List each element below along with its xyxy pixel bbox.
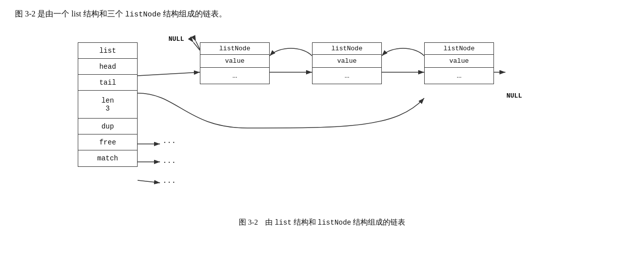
caption-code1: list [275,219,292,227]
dup-dots: ... [162,137,176,145]
diagram-area: list head tail len 3 dup free match list… [15,28,629,227]
list-field-dup: dup [78,119,137,134]
ln3-header: listNode [425,43,493,55]
caption: 图 3-2 由 list 结构和 listNode 结构组成的链表 [239,218,406,227]
caption-code2: listNode [318,219,351,227]
caption-text1: 图 3-2 由 [239,218,275,226]
null-label-left: NULL [168,35,184,43]
list-struct-box: list head tail len 3 dup free match [78,42,138,167]
intro-paragraph: 图 3-2 是由一个 list 结构和三个 listNode 结构组成的链表。 [15,9,629,19]
caption-text3: 结构组成的链表 [351,218,406,226]
match-dots: ... [162,177,176,185]
intro-text2: 结构组成的链表。 [161,9,227,18]
intro-text1: 图 3-2 是由一个 list 结构和三个 [15,9,125,18]
list-field-list: list [78,43,137,59]
listnode-box-2: listNode value ... [312,42,382,84]
ln2-header: listNode [313,43,381,55]
ln1-dots: ... [200,68,269,84]
list-field-tail: tail [78,75,137,91]
diagram-container: list head tail len 3 dup free match list… [48,28,596,213]
svg-line-2 [193,42,200,50]
ln2-dots: ... [313,68,381,84]
ln1-value: value [200,55,269,68]
svg-line-10 [196,41,200,49]
list-field-match: match [78,150,137,166]
caption-text2: 结构和 [292,218,318,226]
svg-line-6 [138,72,200,76]
null-label-right: NULL [506,92,522,100]
list-len-label: len [101,97,114,105]
ln3-dots: ... [425,68,493,84]
ln3-value: value [425,55,493,68]
list-field-free: free [78,134,137,150]
list-len-value: 3 [106,105,110,113]
listnode-box-1: listNode value ... [200,42,270,84]
ln1-header: listNode [200,43,269,55]
intro-code1: listNode [125,10,161,19]
list-field-head: head [78,59,137,75]
free-dots: ... [162,157,176,165]
page-wrapper: 图 3-2 是由一个 list 结构和三个 listNode 结构组成的链表。 … [15,9,629,227]
svg-line-9 [138,180,160,183]
list-field-len3: len 3 [78,91,137,119]
ln2-value: value [313,55,381,68]
listnode-box-3: listNode value ... [424,42,494,84]
